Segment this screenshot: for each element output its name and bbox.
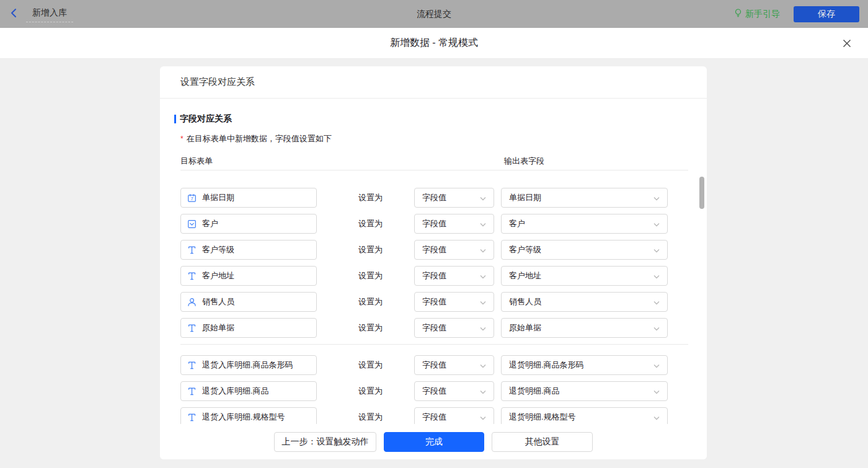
field-type-icon	[187, 272, 197, 281]
chevron-down-icon	[480, 360, 486, 371]
section-accent-bar	[174, 115, 176, 123]
chevron-down-icon	[653, 412, 660, 423]
modal-content: 设置字段对应关系 字段对应关系 *在目标表单中新增数据，字段值设置如下 目标表单…	[0, 59, 868, 468]
output-field-select[interactable]: 客户等级	[501, 240, 668, 260]
value-mode-select[interactable]: 字段值	[414, 266, 494, 286]
set-as-label: 设置为	[358, 412, 383, 423]
target-field-label: 客户地址	[202, 270, 234, 281]
chevron-down-icon	[653, 192, 660, 203]
field-mapping-row: 销售人员 设置为 字段值 销售人员	[180, 292, 688, 312]
output-field-select[interactable]: 单据日期	[501, 188, 668, 208]
value-mode-select[interactable]: 字段值	[414, 214, 494, 234]
field-type-icon	[187, 245, 197, 255]
output-field-value: 客户等级	[509, 244, 541, 255]
svg-text:7: 7	[190, 196, 193, 201]
set-as-label: 设置为	[358, 360, 383, 371]
output-field-value: 客户	[509, 218, 525, 229]
target-field-label: 客户	[202, 218, 218, 229]
output-field-select[interactable]: 原始单据	[501, 318, 668, 338]
target-field-box[interactable]: 客户地址	[180, 266, 317, 286]
target-field-box[interactable]: 退货入库明细.商品	[180, 381, 317, 401]
field-mapping-row: 客户 设置为 字段值 客户	[180, 214, 688, 234]
chevron-down-icon	[480, 218, 486, 229]
target-field-box[interactable]: 原始单据	[180, 318, 317, 338]
set-as-label: 设置为	[358, 270, 383, 281]
field-type-icon	[187, 413, 197, 422]
scrollbar-thumb[interactable]	[699, 177, 704, 209]
chevron-down-icon	[653, 386, 660, 397]
group-divider	[180, 344, 688, 345]
flow-name-input[interactable]: 新增入库	[26, 6, 73, 22]
close-icon[interactable]	[839, 36, 854, 51]
field-mapping-row: 7 单据日期 设置为 字段值 单据日期	[180, 188, 688, 208]
chevron-left-icon	[10, 8, 17, 20]
output-field-select[interactable]: 退货明细.商品	[501, 381, 668, 401]
chevron-down-icon	[480, 244, 486, 255]
header-divider	[180, 170, 688, 170]
target-field-box[interactable]: 客户	[180, 214, 317, 234]
value-mode-select[interactable]: 字段值	[414, 355, 494, 375]
chevron-down-icon	[480, 270, 486, 281]
back-button[interactable]	[10, 8, 17, 20]
target-field-label: 客户等级	[202, 244, 234, 255]
chevron-down-icon	[653, 244, 660, 255]
chevron-down-icon	[653, 270, 660, 281]
save-button[interactable]: 保存	[794, 6, 859, 22]
target-field-label: 销售人员	[202, 296, 234, 307]
other-settings-button[interactable]: 其他设置	[492, 432, 593, 452]
output-field-value: 退货明细.商品	[509, 386, 560, 397]
output-field-select[interactable]: 客户地址	[501, 266, 668, 286]
field-mapping-row: 客户地址 设置为 字段值 客户地址	[180, 266, 688, 286]
target-field-box[interactable]: 客户等级	[180, 240, 317, 260]
panel-header: 设置字段对应关系	[160, 66, 707, 99]
beginner-guide-link[interactable]: 新手引导	[734, 9, 780, 20]
field-type-icon: 7	[187, 193, 197, 203]
set-as-label: 设置为	[358, 296, 383, 307]
set-as-label: 设置为	[358, 244, 383, 255]
field-mapping-row: 退货入库明细.商品条形码 设置为 字段值 退货明细.商品条形码	[180, 355, 688, 375]
column-header-output-fields: 输出表字段	[504, 156, 544, 167]
lightbulb-icon	[734, 9, 742, 20]
target-field-label: 退货入库明细.商品条形码	[202, 360, 293, 371]
output-field-select[interactable]: 退货明细.商品条形码	[501, 355, 668, 375]
field-type-icon	[187, 219, 197, 229]
field-type-icon	[187, 298, 197, 307]
target-field-box[interactable]: 7 单据日期	[180, 188, 317, 208]
chevron-down-icon	[653, 360, 660, 371]
field-mapping-row: 客户等级 设置为 字段值 客户等级	[180, 240, 688, 260]
value-mode-select[interactable]: 字段值	[414, 292, 494, 312]
chevron-down-icon	[480, 296, 486, 307]
field-type-icon	[187, 387, 197, 396]
chevron-down-icon	[653, 296, 660, 307]
output-field-value: 单据日期	[509, 192, 541, 203]
chevron-down-icon	[480, 412, 486, 423]
value-mode-value: 字段值	[422, 270, 446, 281]
chevron-down-icon	[653, 218, 660, 229]
output-field-value: 原始单据	[509, 322, 541, 333]
value-mode-select[interactable]: 字段值	[414, 381, 494, 401]
output-field-select[interactable]: 销售人员	[501, 292, 668, 312]
value-mode-select[interactable]: 字段值	[414, 188, 494, 208]
chevron-down-icon	[480, 386, 486, 397]
modal-title: 新增数据 - 常规模式	[390, 37, 478, 50]
field-mapping-panel: 设置字段对应关系 字段对应关系 *在目标表单中新增数据，字段值设置如下 目标表单…	[160, 66, 707, 459]
required-asterisk: *	[180, 135, 184, 143]
field-type-icon	[187, 361, 197, 370]
target-field-box[interactable]: 退货入库明细.商品条形码	[180, 355, 317, 375]
set-as-label: 设置为	[358, 386, 383, 397]
target-field-box[interactable]: 销售人员	[180, 292, 317, 312]
value-mode-select[interactable]: 字段值	[414, 240, 494, 260]
output-field-value: 客户地址	[509, 270, 541, 281]
previous-step-button[interactable]: 上一步：设置触发动作	[274, 432, 376, 452]
done-button[interactable]: 完成	[384, 432, 484, 452]
value-mode-value: 字段值	[422, 360, 446, 371]
field-rows-scroll-area[interactable]: 7 单据日期 设置为 字段值 单据日期 客户 设置为 字段值	[180, 180, 688, 428]
value-mode-select[interactable]: 字段值	[414, 318, 494, 338]
section-note: *在目标表单中新增数据，字段值设置如下	[180, 133, 688, 144]
output-field-select[interactable]: 客户	[501, 214, 668, 234]
output-field-value: 退货明细.商品条形码	[509, 360, 584, 371]
column-headers: 目标表单 输出表字段	[180, 156, 688, 166]
target-field-label: 退货入库明细.规格型号	[202, 412, 285, 423]
field-mapping-row: 退货入库明细.商品 设置为 字段值 退货明细.商品	[180, 381, 688, 401]
set-as-label: 设置为	[358, 192, 383, 203]
